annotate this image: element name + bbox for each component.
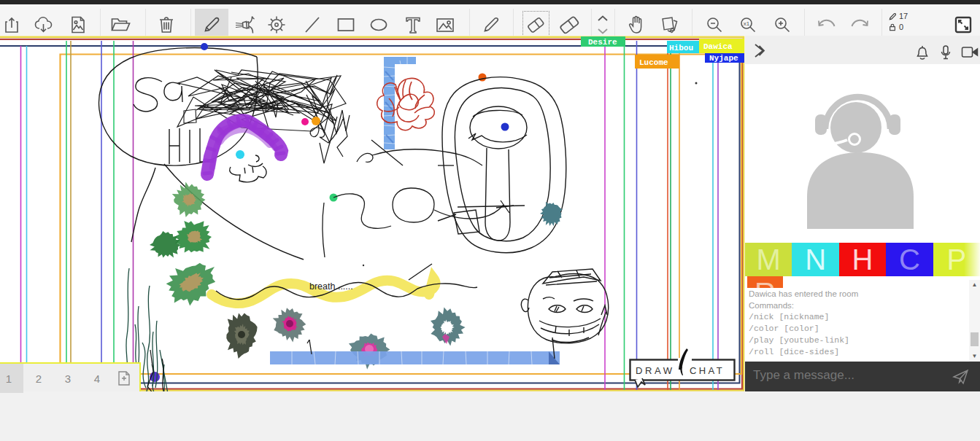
svg-text:Hibou: Hibou bbox=[669, 44, 693, 52]
svg-text:Nyjape: Nyjape bbox=[709, 54, 738, 63]
svg-text:CHAT: CHAT bbox=[690, 365, 725, 376]
svg-text:Dawica: Dawica bbox=[703, 42, 733, 51]
svg-text:Desire: Desire bbox=[588, 38, 617, 47]
svg-text:breath.......: breath....... bbox=[309, 281, 353, 292]
svg-text:x1: x1 bbox=[744, 20, 750, 27]
svg-text:Lucome: Lucome bbox=[639, 58, 668, 67]
svg-text:DRAW: DRAW bbox=[636, 365, 675, 376]
